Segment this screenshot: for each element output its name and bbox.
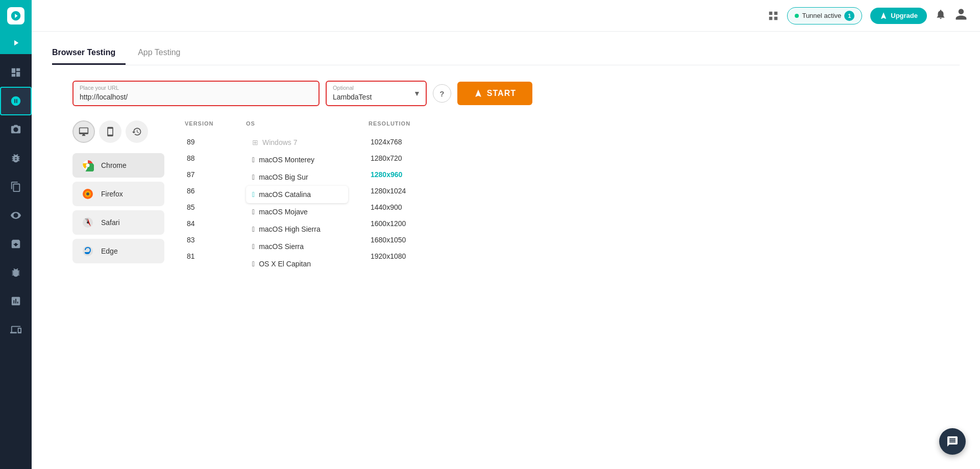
sidebar-item-box[interactable] [0,230,32,258]
os-label: macOS Catalina [259,190,311,199]
sidebar-nav [0,58,32,469]
apple-icon:  [252,173,255,181]
os-item-mojave[interactable]:  macOS Mojave [246,203,348,220]
os-item-bigsur[interactable]:  macOS Big Sur [246,168,348,186]
os-label: macOS Mojave [259,208,308,216]
browser-label-edge: Edge [101,247,118,255]
version-item[interactable]: 84 [185,215,226,232]
upgrade-button[interactable]: Upgrade [870,8,927,24]
os-item-sierra[interactable]:  macOS Sierra [246,238,348,255]
os-label: macOS Sierra [259,242,304,251]
tunnel-status[interactable]: Tunnel active 1 [787,7,862,24]
url-area: Place your URL Optional ▼ ? START [72,81,960,106]
sidebar-item-screenshots[interactable] [0,115,32,144]
apple-icon:  [252,242,255,251]
device-tab-mobile[interactable] [99,120,121,143]
version-item[interactable]: 83 [185,232,226,248]
os-header: OS [246,120,348,127]
content-area: Browser Testing App Testing Place your U… [32,32,980,469]
browser-item-chrome[interactable]: Chrome [72,153,164,178]
device-tabs [72,120,164,143]
resolution-item[interactable]: 1440x900 [369,199,440,215]
sidebar [0,0,32,469]
sidebar-item-docs[interactable] [0,172,32,201]
device-tab-desktop[interactable] [72,120,95,143]
sidebar-item-automation[interactable] [0,144,32,172]
start-button[interactable]: START [457,82,532,105]
logo-button[interactable] [0,0,32,32]
svg-point-8 [87,221,89,224]
resolution-item[interactable]: 1024x768 [369,134,440,150]
resolution-item[interactable]: 1280x720 [369,150,440,166]
grid-icon[interactable] [768,10,779,21]
tunnel-label: Tunnel active [802,12,841,19]
os-label: macOS High Sierra [259,225,321,233]
tab-app-testing[interactable]: App Testing [138,42,190,65]
resolution-item[interactable]: 1600x1200 [369,215,440,232]
main-area: Tunnel active 1 Upgrade Browser Testing … [32,0,980,469]
browser-item-firefox[interactable]: Firefox [72,182,164,206]
tunnel-dot [795,14,799,18]
device-tab-recent[interactable] [126,120,148,143]
sidebar-item-analytics[interactable] [0,287,32,315]
os-item-highsierra[interactable]:  macOS High Sierra [246,220,348,238]
browser-item-safari[interactable]: Safari [72,210,164,235]
browser-label-chrome: Chrome [101,161,127,169]
url-label: Place your URL [80,85,119,91]
chrome-icon [81,158,95,172]
help-button[interactable]: ? [433,84,451,103]
tabs: Browser Testing App Testing [52,32,960,65]
version-item[interactable]: 86 [185,183,226,199]
browser-config-area: Chrome Firefox [72,120,960,273]
version-item[interactable]: 81 [185,248,226,264]
sidebar-item-realtime[interactable] [0,87,32,115]
sidebar-item-dashboard[interactable] [0,58,32,87]
notifications-icon[interactable] [935,9,946,22]
apple-icon:  [252,208,255,216]
optional-dropdown[interactable]: ▼ [408,89,426,97]
url-input-wrapper: Place your URL [72,81,320,106]
browser-list-area: Chrome Firefox [72,120,164,273]
svg-point-1 [86,164,90,167]
os-label: OS X El Capitan [259,260,311,268]
browser-label-safari: Safari [101,218,120,227]
safari-icon [81,215,95,230]
resolution-item[interactable]: 1920x1080 [369,248,440,264]
optional-input-wrapper: Optional ▼ [326,81,427,106]
os-item-windows7[interactable]: ⊞ Windows 7 [246,134,348,151]
sidebar-item-integration[interactable] [0,315,32,344]
optional-label: Optional [333,85,354,91]
os-item-catalina[interactable]:  macOS Catalina [246,186,348,203]
resolution-item[interactable]: 1280x1024 [369,183,440,199]
sidebar-item-visual[interactable] [0,201,32,230]
os-list: OS ⊞ Windows 7  macOS Monterey  macOS … [246,120,348,273]
os-label: Windows 7 [262,138,297,146]
version-item[interactable]: 89 [185,134,226,150]
tunnel-count: 1 [844,11,854,21]
sidebar-toggle[interactable] [0,32,32,54]
apple-icon:  [252,260,255,268]
version-item[interactable]: 85 [185,199,226,215]
resolution-item-selected[interactable]: 1280x960 [369,166,440,183]
browser-label-firefox: Firefox [101,190,123,198]
resolution-item[interactable]: 1680x1050 [369,232,440,248]
version-item[interactable]: 87 [185,166,226,183]
version-item[interactable]: 88 [185,150,226,166]
resolution-list: RESOLUTION 1024x768 1280x720 1280x960 12… [369,120,440,273]
columns-area: VERSION 89 88 87 86 85 84 83 81 OS ⊞ [164,120,960,273]
edge-icon [81,244,95,258]
browser-item-edge[interactable]: Edge [72,239,164,263]
os-item-monterey[interactable]:  macOS Monterey [246,151,348,168]
chat-bubble[interactable] [939,428,966,455]
firefox-icon [81,187,95,201]
apple-icon-selected:  [252,190,255,199]
start-label: START [487,89,516,98]
os-item-elcapitan[interactable]:  OS X El Capitan [246,255,348,273]
svg-point-4 [86,192,89,195]
tab-browser-testing[interactable]: Browser Testing [52,42,126,65]
sidebar-item-bug[interactable] [0,258,32,287]
resolution-header: RESOLUTION [369,120,440,127]
user-avatar[interactable] [954,8,968,23]
header: Tunnel active 1 Upgrade [32,0,980,32]
os-label: macOS Big Sur [259,173,308,181]
